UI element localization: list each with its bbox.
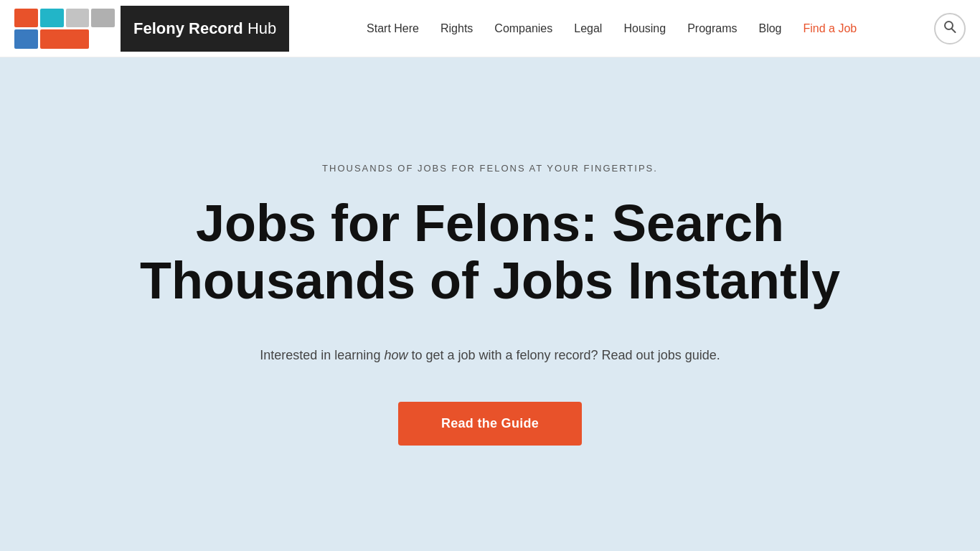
logo-text-wrap: Felony Record Hub: [121, 6, 289, 52]
site-header: Felony Record Hub Start Here Rights Comp…: [0, 0, 980, 57]
search-icon: [943, 19, 957, 37]
logo-regular: Hub: [243, 19, 276, 37]
logo-square-5: [14, 29, 38, 49]
main-nav: Start Here Rights Companies Legal Housin…: [367, 22, 857, 35]
hero-desc-before: Interested in learning: [260, 348, 384, 362]
logo-bold: Felony Record: [133, 19, 243, 37]
nav-blog[interactable]: Blog: [758, 22, 781, 35]
hero-description: Interested in learning how to get a job …: [260, 345, 720, 366]
logo-square-4: [91, 9, 115, 28]
nav-companies[interactable]: Companies: [494, 22, 552, 35]
logo-text: Felony Record Hub: [133, 19, 276, 38]
hero-desc-em: how: [384, 348, 407, 362]
logo-square-6: [40, 29, 90, 49]
nav-programs[interactable]: Programs: [687, 22, 737, 35]
logo[interactable]: Felony Record Hub: [14, 6, 289, 52]
hero-desc-after: to get a job with a felony record? Read …: [407, 348, 720, 362]
nav-legal[interactable]: Legal: [574, 22, 602, 35]
hero-section: THOUSANDS OF JOBS FOR FELONS AT YOUR FIN…: [0, 57, 980, 551]
nav-rights[interactable]: Rights: [440, 22, 473, 35]
hero-title: Jobs for Felons: Search Thousands of Job…: [95, 195, 885, 309]
nav-start-here[interactable]: Start Here: [367, 22, 419, 35]
read-guide-button[interactable]: Read the Guide: [398, 402, 582, 446]
search-button[interactable]: [934, 13, 966, 44]
hero-subtitle: THOUSANDS OF JOBS FOR FELONS AT YOUR FIN…: [322, 163, 658, 174]
nav-housing[interactable]: Housing: [623, 22, 666, 35]
logo-square-1: [14, 9, 38, 28]
logo-icon: [14, 6, 122, 52]
nav-find-a-job[interactable]: Find a Job: [804, 22, 857, 35]
logo-square-3: [66, 9, 90, 28]
logo-square-2: [40, 9, 64, 28]
svg-line-1: [951, 29, 955, 32]
